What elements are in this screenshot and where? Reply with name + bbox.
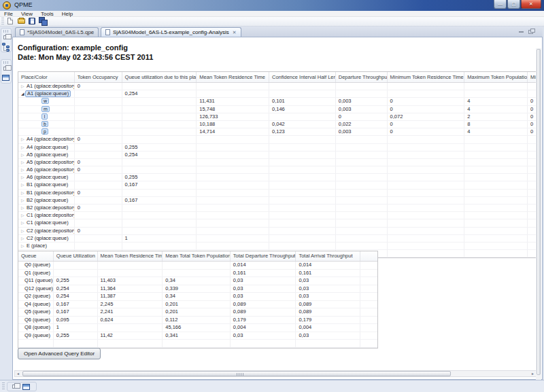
column-header[interactable]: Place/Color	[18, 72, 75, 82]
title-bar[interactable]: QPME — ▢ ✕	[0, 0, 544, 11]
tab-qpe-editor[interactable]: *SjAS04Model_6AS-L5.qpe	[15, 27, 99, 37]
console-tray-button[interactable]	[22, 383, 31, 391]
restore-view-button-2[interactable]	[2, 65, 10, 73]
queue-row[interactable]: Q11 (queue)0,25511,4030,340,030,03	[18, 277, 377, 285]
place-row[interactable]: ▷A4 (qplace:depository)0	[18, 136, 537, 143]
queue-row[interactable]: Q12 (queue)0,25411,3640,3390,030,03	[18, 285, 377, 293]
queue-row[interactable]: Q6 (queue)0,0950,6240,1120,1790,179	[18, 317, 377, 325]
place-cell: ▷C1 (qplace:depository)	[18, 212, 75, 219]
fast-view-drag-handle[interactable]	[3, 30, 9, 33]
expand-arrow-icon[interactable]: ▷	[21, 243, 27, 249]
vertical-scrollbar[interactable]	[536, 48, 541, 380]
maximize-button[interactable]: ▢	[507, 0, 520, 9]
expand-arrow-icon[interactable]: ▷	[21, 235, 27, 242]
queue-row[interactable]: Q8 (queue)145,1660,0040,004	[18, 324, 377, 332]
tab-analysis[interactable]: SjAS04Model_6AS-L5-example_config-Analys…	[101, 27, 241, 37]
restore-view-button[interactable]	[2, 34, 10, 41]
color-row[interactable]: b10,1880,0420,022080	[18, 121, 537, 128]
save-all-button[interactable]	[39, 17, 48, 26]
column-header[interactable]: Queue Utilization	[54, 251, 98, 261]
close-button[interactable]: ✕	[521, 0, 541, 9]
column-header[interactable]: Token Occupancy	[75, 72, 122, 82]
queue-row[interactable]: Q9 (queue)0,25511,420,3410,030,03	[18, 332, 377, 340]
column-header[interactable]: Total Arrival Throughput	[296, 251, 360, 261]
horizontal-scrollbar[interactable]: ◄ ►	[14, 370, 537, 377]
expand-arrow-icon[interactable]: ▷	[21, 136, 27, 143]
place-row[interactable]: ▷C2 (qplace:queue)1	[18, 235, 537, 243]
expand-arrow-icon[interactable]: ▷	[21, 219, 27, 226]
expand-arrow-icon[interactable]: ▷	[21, 159, 27, 166]
queue-row[interactable]: Q4 (queue)0,1672,2450,2010,0890,089	[18, 301, 377, 309]
open-button[interactable]	[17, 17, 27, 26]
value-cell: 0,255	[54, 332, 98, 340]
place-row[interactable]: ▷A6 (qplace:queue)0,255	[18, 174, 537, 181]
fast-view-drag-handle-2[interactable]	[3, 61, 9, 64]
color-row[interactable]: w11,4310,1010,003040	[18, 98, 537, 105]
column-header[interactable]: Queue utilization due to this place	[122, 72, 197, 82]
expand-arrow-icon[interactable]: ▷	[21, 174, 27, 181]
maximize-pane-icon[interactable]	[528, 29, 534, 34]
expand-arrow-icon[interactable]: ▷	[21, 197, 27, 204]
place-row[interactable]: ▷A6 (qplace:depository)0	[18, 166, 537, 174]
place-row[interactable]: ▷A5 (qplace:depository)0	[18, 159, 537, 166]
place-row[interactable]: ▷C1 (qplace:depository)	[18, 212, 537, 219]
place-row[interactable]: ▷B1 (qplace:depository)0	[18, 190, 537, 197]
column-header[interactable]: Maximum Token Population	[464, 72, 528, 82]
toolbar-drag-handle[interactable]	[1, 18, 4, 26]
new-file-button[interactable]	[6, 17, 16, 26]
scroll-right-icon[interactable]: ►	[530, 371, 536, 376]
color-row[interactable]: p14,7140,1230,003040	[18, 128, 537, 136]
place-row[interactable]: ▷A1 (qplace:depository)0	[18, 83, 537, 90]
menu-view[interactable]: View	[17, 11, 37, 17]
expand-arrow-icon[interactable]: ▷	[21, 190, 27, 196]
menu-help[interactable]: Help	[58, 11, 77, 17]
color-row[interactable]: l126,73300,07220	[18, 113, 537, 121]
column-header[interactable]: Mean Token Residence Time	[98, 251, 163, 261]
queue-row[interactable]: Q0 (queue)0,0140,014	[18, 262, 377, 270]
column-header[interactable]: Queue	[18, 251, 54, 261]
expand-arrow-icon[interactable]: ▷	[21, 204, 27, 211]
column-header[interactable]: Departure Throughput	[336, 72, 388, 82]
queue-row[interactable]	[18, 340, 377, 348]
place-row[interactable]: ▷A5 (qplace:queue)0,254	[18, 152, 537, 159]
queue-row[interactable]: Q1 (queue)0,1610,161	[18, 270, 377, 278]
column-header[interactable]: Mean Total Token Population	[163, 251, 231, 261]
place-row[interactable]: ▷A4 (qplace:queue)0,255	[18, 144, 537, 152]
open-advanced-query-editor-button[interactable]: Open Advanced Query Editor	[18, 348, 101, 359]
color-row[interactable]: m15,7480,1460,003040	[18, 106, 537, 113]
scroll-left-icon[interactable]: ◄	[15, 371, 21, 376]
queue-row[interactable]: Q5 (queue)0,1672,2410,2010,0890,089	[18, 308, 377, 317]
column-header[interactable]: Confidence Interval Half Length	[269, 72, 336, 82]
column-header[interactable]: Mean Token Residence Time	[197, 72, 269, 82]
place-row[interactable]: ▷C1 (qplace:queue)	[18, 219, 537, 227]
expand-arrow-icon[interactable]: ▷	[21, 144, 27, 151]
column-header[interactable]: Minimum Token Residence Time	[388, 72, 465, 82]
place-row[interactable]: ▷C2 (qplace:depository)0	[18, 228, 537, 235]
place-row[interactable]: ▷E (place)	[18, 243, 537, 250]
scrollbar-track[interactable]	[21, 371, 530, 376]
place-row[interactable]: ◢A1 (qplace:queue)0,254	[18, 90, 537, 98]
vertical-scrollbar-thumb[interactable]	[537, 49, 541, 375]
status-drag-handle[interactable]	[2, 382, 5, 391]
save-button[interactable]	[28, 17, 37, 26]
minimize-pane-icon[interactable]	[519, 29, 524, 33]
expand-arrow-icon[interactable]: ▷	[21, 152, 27, 158]
expand-arrow-icon[interactable]: ▷	[21, 83, 27, 90]
console-view-button[interactable]	[2, 74, 10, 82]
expand-arrow-icon[interactable]: ▷	[21, 228, 27, 234]
column-header[interactable]: Total Departure Throughput	[231, 251, 296, 261]
expand-arrow-icon[interactable]: ▷	[21, 166, 27, 173]
place-row[interactable]: ▷B2 (qplace:depository)0	[18, 204, 537, 212]
menu-tools[interactable]: Tools	[37, 11, 58, 17]
queue-row[interactable]: Q2 (queue)0,25411,3870,340,030,03	[18, 293, 377, 301]
expand-arrow-icon[interactable]: ▷	[21, 181, 27, 188]
place-row[interactable]: ▷B1 (qplace:queue)0,167	[18, 181, 537, 189]
tab-close-icon[interactable]: ✕	[233, 30, 237, 35]
place-row[interactable]: ▷B2 (qplace:queue)0,167	[18, 197, 537, 204]
outline-view-button[interactable]	[2, 43, 10, 50]
menu-file[interactable]: File	[0, 11, 17, 17]
restore-tray-button[interactable]	[11, 383, 19, 391]
minimize-button[interactable]: —	[494, 0, 507, 9]
scrollbar-thumb[interactable]	[22, 371, 451, 376]
expand-arrow-icon[interactable]: ▷	[21, 212, 27, 219]
